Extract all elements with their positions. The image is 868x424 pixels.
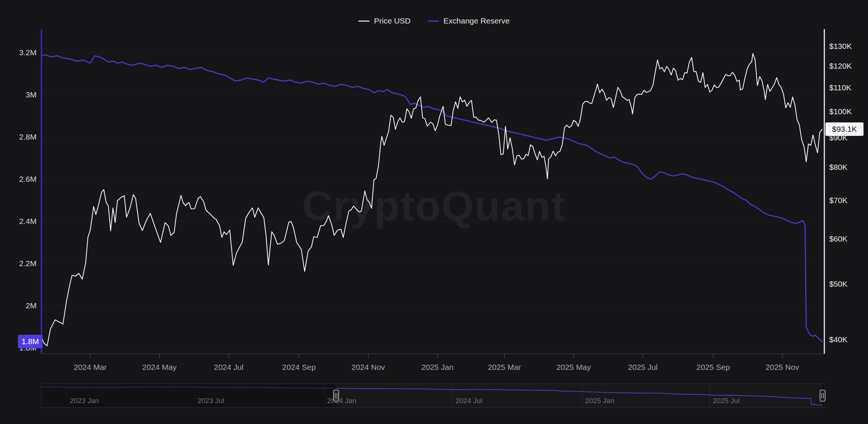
legend-item-exchange-reserve[interactable]: Exchange Reserve: [428, 16, 509, 25]
price-line-swatch-icon: [358, 21, 369, 22]
navigator-right-handle[interactable]: [820, 390, 825, 401]
price-reserve-chart-canvas: [0, 0, 868, 424]
reserve-current-value-badge: 1.8M: [18, 335, 43, 348]
navigator-selected-range[interactable]: [336, 384, 823, 407]
cryptoquant-chart-app: CryptoQuant 3.2M3M2.8M2.6M2.4M2.2M2M1.8M…: [0, 0, 868, 424]
reserve-line-swatch-icon: [428, 21, 439, 22]
legend-item-price-usd[interactable]: Price USD: [358, 16, 410, 25]
plot-area[interactable]: [41, 29, 824, 354]
legend-label-price: Price USD: [374, 16, 410, 25]
price-current-value-badge: $93.1K: [825, 122, 864, 136]
chart-legend: Price USD Exchange Reserve: [0, 16, 868, 25]
navigator-unselected-left: [41, 384, 336, 407]
legend-label-reserve: Exchange Reserve: [443, 16, 509, 25]
navigator-left-handle[interactable]: [334, 390, 339, 401]
